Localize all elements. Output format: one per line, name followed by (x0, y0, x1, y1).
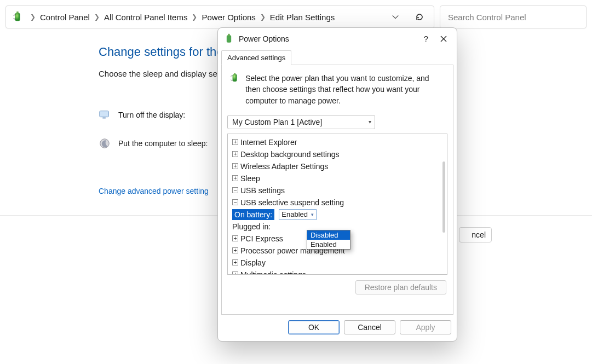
expand-icon[interactable]: + (232, 259, 238, 265)
close-button[interactable] (435, 31, 452, 47)
search-input[interactable] (447, 12, 579, 22)
restore-defaults-button[interactable]: Restore plan defaults (355, 280, 446, 294)
svg-rect-3 (102, 118, 106, 119)
collapse-icon[interactable]: − (232, 199, 238, 205)
chevron-right-icon: ❯ (191, 13, 198, 21)
svg-rect-1 (16, 11, 19, 14)
chevron-right-icon: ❯ (259, 13, 267, 21)
row-label: Turn off the display: (118, 111, 185, 119)
on-battery-combo[interactable]: Enabled ▾ (279, 209, 317, 220)
expand-icon[interactable]: + (232, 235, 238, 241)
tab-advanced-settings[interactable]: Advanced settings (221, 50, 291, 65)
expand-icon[interactable]: + (232, 139, 238, 145)
svg-rect-6 (228, 34, 229, 36)
tree-node-sleep[interactable]: +Sleep (229, 172, 446, 184)
plugged-in-label: Plugged in: (232, 221, 271, 232)
tree-node-wireless[interactable]: +Wireless Adapter Settings (229, 160, 446, 172)
dropdown-list[interactable]: Disabled Enabled (307, 230, 350, 250)
tree-node-desktop-bg[interactable]: +Desktop background settings (229, 148, 446, 160)
combo-value: My Custom Plan 1 [Active] (232, 118, 322, 126)
apply-button[interactable]: Apply (400, 320, 451, 334)
row-label: Put the computer to sleep: (118, 139, 208, 148)
address-bar[interactable]: ❯ Control Panel ❯ All Control Panel Item… (5, 5, 434, 28)
chevron-right-icon: ❯ (93, 13, 101, 21)
svg-rect-5 (227, 35, 231, 42)
refresh-icon[interactable] (414, 11, 425, 22)
tree-node-multimedia[interactable]: +Multimedia settings (229, 269, 446, 274)
help-button[interactable]: ? (417, 31, 435, 47)
tree-node-usb[interactable]: −USB settings (229, 184, 446, 197)
cancel-button-background[interactable]: ncel (459, 227, 492, 242)
breadcrumb-item[interactable]: Power Options (202, 13, 255, 22)
expand-icon[interactable]: + (232, 247, 238, 253)
dropdown-option-disabled[interactable]: Disabled (307, 230, 350, 240)
power-plan-combo[interactable]: My Custom Plan 1 [Active] ▾ (227, 115, 375, 129)
dialog-title: Power Options (239, 34, 417, 43)
svg-rect-7 (233, 74, 237, 82)
scrollbar-thumb[interactable] (442, 161, 445, 233)
expand-icon[interactable]: + (232, 163, 238, 169)
moon-icon (99, 137, 111, 149)
dialog-intro-text: Select the power plan that you want to c… (245, 73, 445, 106)
breadcrumb-item[interactable]: All Control Panel Items (104, 13, 188, 22)
expand-icon[interactable]: + (232, 271, 238, 274)
ok-button[interactable]: OK (288, 320, 340, 334)
tree-node-usb-suspend[interactable]: −USB selective suspend setting (229, 197, 446, 209)
tree-node-display[interactable]: +Display (229, 257, 446, 269)
breadcrumb: ❯ Control Panel ❯ All Control Panel Item… (29, 13, 384, 22)
settings-tree[interactable]: +Internet Explorer +Desktop background s… (228, 134, 447, 274)
chevron-down-icon: ▾ (369, 119, 371, 125)
expand-icon[interactable]: + (232, 175, 238, 181)
power-plan-icon (223, 33, 234, 44)
svg-rect-0 (15, 13, 20, 21)
collapse-icon[interactable]: − (232, 187, 238, 193)
display-icon (99, 109, 111, 121)
breadcrumb-item[interactable]: Edit Plan Settings (270, 13, 335, 22)
tree-node-on-battery[interactable]: On battery: Enabled ▾ (229, 209, 446, 221)
link-advanced-settings[interactable]: Change advanced power setting (99, 187, 209, 195)
breadcrumb-item[interactable]: Control Panel (40, 13, 90, 22)
dropdown-option-enabled[interactable]: Enabled (307, 240, 350, 249)
history-dropdown-icon[interactable] (390, 11, 401, 22)
combo-value: Enabled (281, 209, 308, 220)
expand-icon[interactable]: + (232, 151, 238, 157)
tree-node-ie[interactable]: +Internet Explorer (229, 136, 446, 148)
svg-rect-2 (100, 111, 109, 117)
chevron-down-icon: ▾ (311, 209, 314, 220)
power-plan-icon (12, 11, 24, 23)
power-options-dialog: Power Options ? Advanced settings Select… (217, 27, 457, 342)
svg-rect-8 (234, 73, 235, 74)
chevron-right-icon: ❯ (29, 13, 37, 21)
cancel-button[interactable]: Cancel (344, 320, 395, 334)
on-battery-label: On battery: (232, 209, 274, 220)
battery-icon (229, 73, 240, 97)
search-box[interactable] (440, 5, 587, 28)
